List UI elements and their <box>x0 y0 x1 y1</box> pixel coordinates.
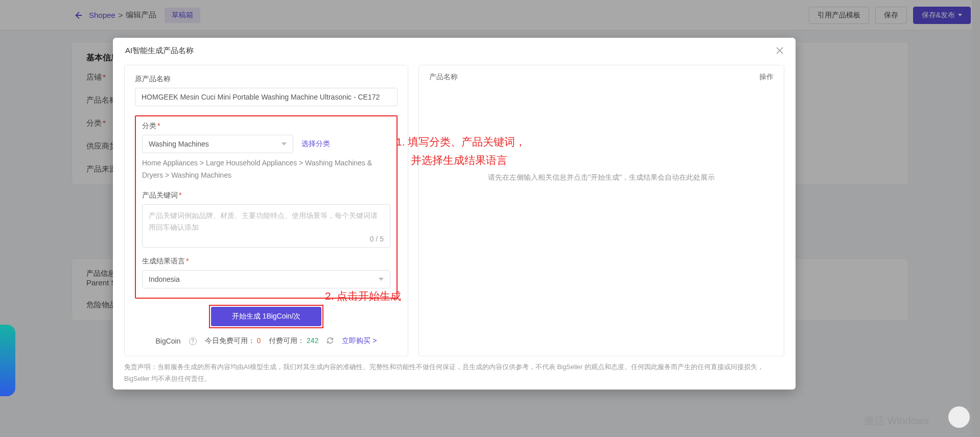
field-original-name: 原产品名称 HOMGEEK Mesin Cuci Mini Portable W… <box>135 75 398 106</box>
assistant-avatar[interactable] <box>948 406 970 428</box>
page-header: Shopee > 编辑产品 草稿箱 引用产品模板 保存 保存&发布 <box>0 0 980 31</box>
results-placeholder: 请先在左侧输入相关信息并点击"开始生成"，生成结果会自动在此处展示 <box>419 89 784 356</box>
language-value: Indonesia <box>149 275 180 283</box>
modal-body: 原产品名称 HOMGEEK Mesin Cuci Mini Portable W… <box>113 56 796 356</box>
category-select[interactable]: Washing Machines <box>142 135 293 153</box>
label-product-name: 产品名称 <box>86 95 117 104</box>
annotation-2: 2. 点击开始生成 <box>325 287 401 305</box>
modal-title: AI智能生成产品名称 <box>125 46 194 56</box>
label-original-name: 原产品名称 <box>135 75 398 84</box>
label-language: 生成结果语言 <box>142 257 185 265</box>
ai-generate-modal: AI智能生成产品名称 原产品名称 HOMGEEK Mesin Cuci Mini… <box>113 38 796 390</box>
results-header: 产品名称 操作 <box>419 65 784 89</box>
back-arrow-icon[interactable] <box>72 9 84 21</box>
start-generate-row: 开始生成 1BigCoin/次 <box>135 305 398 328</box>
label-keywords: 产品关键词 <box>142 191 178 199</box>
label-hazard: 危险物品 <box>86 300 117 309</box>
field-language: 生成结果语言* Indonesia <box>142 257 390 288</box>
buy-now-link[interactable]: 立即购买 > <box>342 336 377 346</box>
refresh-icon[interactable] <box>326 337 334 346</box>
keywords-counter: 0 / 5 <box>370 235 384 243</box>
chat-with-us-tab[interactable] <box>0 325 15 396</box>
breadcrumb-page: 编辑产品 <box>126 10 156 20</box>
breadcrumb-platform[interactable]: Shopee <box>89 11 115 19</box>
windows-watermark: 激活 Windows <box>864 414 929 428</box>
modal-left-panel: 原产品名称 HOMGEEK Mesin Cuci Mini Portable W… <box>124 65 408 356</box>
disclaimer-text: 免责声明：当前服务生成的所有内容均由AI模型生成，我们对其生成内容的准确性、完整… <box>113 356 796 390</box>
breadcrumb: Shopee > 编辑产品 <box>89 10 156 20</box>
draft-badge: 草稿箱 <box>165 8 200 23</box>
keywords-placeholder: 产品关键词例如品牌、材质、主要功能特点、使用场景等，每个关键词请用回车确认添加 <box>149 210 384 234</box>
choose-category-link[interactable]: 选择分类 <box>301 139 330 149</box>
close-icon[interactable] <box>772 43 787 58</box>
annotation-1: 1. 填写分类、产品关键词， 并选择生成结果语言 <box>396 133 526 169</box>
bigcoin-row: BigCoin ? 今日免费可用： 0 付费可用： 242 立即购买 > <box>135 332 398 347</box>
free-label: 今日免费可用： <box>205 336 255 345</box>
save-button[interactable]: 保存 <box>875 7 907 24</box>
label-category-modal: 分类 <box>142 122 156 130</box>
caret-down-icon <box>958 14 962 16</box>
annotation-box-1: 分类* Washing Machines 选择分类 Home Appliance… <box>135 115 398 299</box>
label-product-source: 产品来源 <box>86 164 117 173</box>
results-col-op: 操作 <box>759 72 774 82</box>
original-name-input[interactable]: HOMGEEK Mesin Cuci Mini Portable Washing… <box>135 88 398 106</box>
template-button[interactable]: 引用产品模板 <box>809 7 869 24</box>
save-publish-label: 保存&发布 <box>922 11 955 20</box>
label-supplier: 供应商货 <box>86 141 117 150</box>
category-path: Home Appliances > Large Household Applia… <box>142 157 390 182</box>
bigcoin-label: BigCoin <box>155 337 180 345</box>
label-parent: Parent S <box>86 278 116 287</box>
original-name-value: HOMGEEK Mesin Cuci Mini Portable Washing… <box>142 93 380 101</box>
start-generate-button[interactable]: 开始生成 1BigCoin/次 <box>211 307 321 326</box>
scrollbar[interactable] <box>972 0 980 437</box>
language-select[interactable]: Indonesia <box>142 270 390 288</box>
field-category: 分类* Washing Machines 选择分类 Home Appliance… <box>142 122 390 182</box>
paid-value: 242 <box>307 336 318 345</box>
chevron-down-icon <box>282 142 287 145</box>
free-value: 0 <box>256 336 261 345</box>
results-col-name: 产品名称 <box>429 72 759 82</box>
help-icon[interactable]: ? <box>189 337 197 345</box>
field-keywords: 产品关键词* 产品关键词例如品牌、材质、主要功能特点、使用场景等，每个关键词请用… <box>142 191 390 248</box>
annotation-box-2: 开始生成 1BigCoin/次 <box>209 305 323 328</box>
modal-right-panel: 产品名称 操作 请先在左侧输入相关信息并点击"开始生成"，生成结果会自动在此处展… <box>418 65 784 356</box>
paid-label: 付费可用： <box>269 336 305 345</box>
breadcrumb-sep: > <box>119 11 123 19</box>
chevron-down-icon <box>379 278 384 281</box>
category-value: Washing Machines <box>149 140 209 148</box>
label-category: 分类 <box>86 118 102 127</box>
label-shop: 店铺 <box>86 72 102 81</box>
modal-header: AI智能生成产品名称 <box>113 38 796 56</box>
keywords-input[interactable]: 产品关键词例如品牌、材质、主要功能特点、使用场景等，每个关键词请用回车确认添加 … <box>142 204 390 248</box>
save-publish-button[interactable]: 保存&发布 <box>913 7 971 24</box>
